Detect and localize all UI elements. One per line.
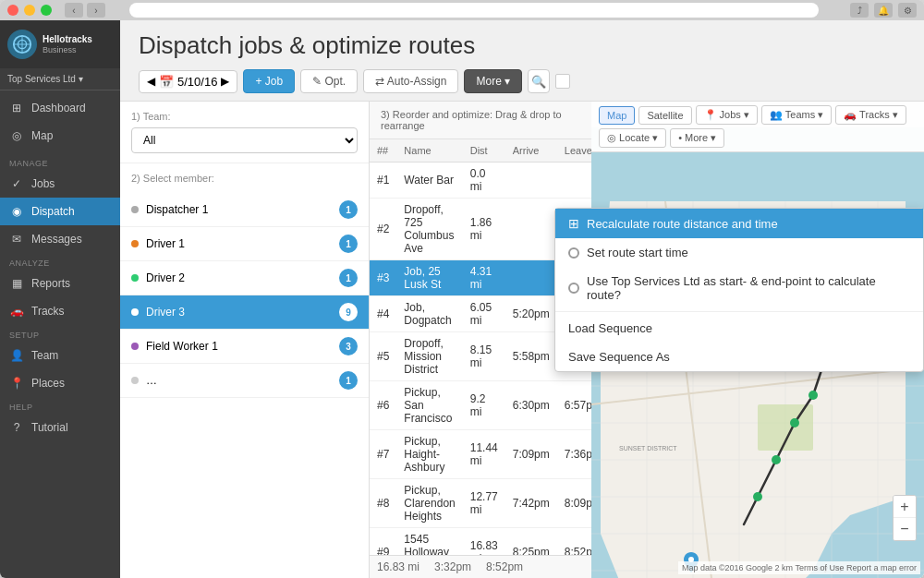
member-status-dot	[131, 206, 139, 213]
locate-button[interactable]: ◎ Locate ▾	[599, 128, 666, 148]
back-button[interactable]: ‹	[65, 3, 83, 18]
svg-text:SUNSET DISTRICT: SUNSET DISTRICT	[619, 445, 677, 452]
sidebar-item-places[interactable]: 📍 Places	[0, 369, 120, 397]
cell-name: 1545 Holloway Ave	[396, 528, 462, 556]
map-more-button[interactable]: • More ▾	[670, 128, 724, 148]
table-row[interactable]: #1 Water Bar 0.0 mi	[370, 163, 591, 199]
member-item-dispatcher1[interactable]: Dispatcher 1 1	[120, 193, 369, 227]
minimize-btn[interactable]	[24, 5, 35, 16]
team-icon: 👤	[9, 348, 24, 363]
member-status-dot	[131, 240, 139, 247]
dropdown-item-usecompany[interactable]: Use Top Services Ltd as start- & end-poi…	[555, 267, 923, 309]
member-item-more[interactable]: … 1	[120, 364, 369, 398]
member-name: …	[146, 374, 339, 387]
sidebar-item-tracks[interactable]: 🚗 Tracks	[0, 297, 120, 325]
member-item-fieldworker1[interactable]: Field Worker 1 3	[120, 330, 369, 364]
jobs-footer: 16.83 mi 3:32pm 8:52pm	[370, 555, 591, 578]
share-icon[interactable]: ⤴	[850, 3, 869, 18]
cell-leave: 8:09pm	[557, 479, 591, 528]
sidebar-item-jobs[interactable]: ✓ Jobs	[0, 170, 120, 198]
member-item-driver2[interactable]: Driver 2 1	[120, 261, 369, 295]
sidebar-item-map[interactable]: ◎ Map	[0, 122, 120, 150]
satellite-tab-button[interactable]: Satellite	[638, 106, 691, 125]
app-body: Hellotracks Business Top Services Ltd ▾ …	[0, 20, 924, 578]
brand-logo	[7, 30, 37, 59]
cell-arrive: 7:42pm	[505, 479, 557, 528]
table-row[interactable]: #7 Pickup, Haight-Ashbury 11.44 mi 7:09p…	[370, 430, 591, 479]
member-item-driver3[interactable]: Driver 3 9	[120, 295, 369, 330]
jobs-icon: ✓	[9, 176, 24, 191]
cell-arrive	[505, 199, 557, 260]
settings-icon[interactable]: ⚙	[898, 3, 917, 18]
map-icon: ◎	[9, 128, 24, 143]
cell-dist: 11.44 mi	[463, 430, 505, 479]
team-label: 1) Team:	[131, 111, 358, 122]
brand-name: Hellotracks	[43, 34, 92, 45]
close-btn[interactable]	[7, 5, 18, 16]
main-content: Dispatch jobs & optimize routes ◀ 📅 5/10…	[120, 20, 924, 578]
teams-filter-button[interactable]: 👥 Teams ▾	[761, 105, 832, 125]
tracks-filter-button[interactable]: 🚗 Tracks ▾	[835, 105, 906, 125]
table-row[interactable]: #8 Pickup, Clarendon Heights 12.77 mi 7:…	[370, 479, 591, 528]
bell-icon[interactable]: 🔔	[874, 3, 893, 18]
jobs-filter-button[interactable]: 📍 Jobs ▾	[696, 105, 758, 125]
sidebar-label-map: Map	[31, 129, 53, 142]
dropdown-label-loadsequence: Load Sequence	[568, 321, 652, 335]
radio-icon	[568, 247, 579, 259]
date-prev-button[interactable]: ◀	[147, 75, 155, 88]
cell-arrive: 7:09pm	[505, 430, 557, 479]
calendar-icon: 📅	[159, 75, 174, 89]
forward-button[interactable]: ›	[87, 3, 105, 18]
dropdown-label-savesequence: Save Sequence As	[568, 350, 670, 364]
cell-name: Pickup, Clarendon Heights	[396, 479, 462, 528]
dropdown-item-setstarttime[interactable]: Set route start time	[555, 238, 923, 267]
nav-buttons: ‹ ›	[65, 3, 105, 18]
brand-area: Hellotracks Business	[0, 20, 120, 68]
jobs-header: 3) Reorder and optimize: Drag & drop to …	[370, 102, 591, 139]
cell-leave: 8:52pm	[557, 528, 591, 556]
date-next-button[interactable]: ▶	[221, 75, 229, 88]
cell-arrive	[505, 163, 557, 199]
address-bar[interactable]	[129, 3, 819, 18]
auto-assign-button[interactable]: ⇄ Auto-Assign	[363, 69, 458, 93]
member-name: Driver 1	[146, 237, 339, 250]
sidebar-item-dashboard[interactable]: ⊞ Dashboard	[0, 94, 120, 122]
opt-button[interactable]: ✎ Opt.	[300, 69, 358, 93]
company-selector[interactable]: Top Services Ltd ▾	[0, 68, 120, 90]
sidebar-item-dispatch[interactable]: ◉ Dispatch	[0, 198, 120, 225]
sidebar-item-reports[interactable]: ▦ Reports	[0, 270, 120, 297]
add-job-button[interactable]: + Job	[243, 69, 295, 93]
member-badge: 1	[339, 235, 358, 253]
member-name: Field Worker 1	[146, 340, 339, 353]
dropdown-item-savesequence[interactable]: Save Sequence As	[555, 343, 923, 371]
select-all-checkbox[interactable]	[555, 74, 570, 89]
member-badge: 1	[339, 200, 358, 219]
more-button[interactable]: More ▾	[464, 69, 522, 93]
table-row[interactable]: #6 Pickup, San Francisco 9.2 mi 6:30pm 6…	[370, 381, 591, 430]
zoom-in-button[interactable]: +	[894, 496, 916, 518]
member-badge: 3	[339, 337, 358, 355]
dropdown-item-recalculate[interactable]: ⊞ Recalculate route distance and time	[555, 209, 923, 238]
team-select[interactable]: All Team A Team B	[131, 127, 358, 153]
sidebar-label-jobs: Jobs	[31, 177, 55, 190]
maximize-btn[interactable]	[41, 5, 52, 16]
member-item-driver1[interactable]: Driver 1 1	[120, 227, 369, 261]
sidebar-item-tutorial[interactable]: ? Tutorial	[0, 414, 120, 441]
svg-point-36	[772, 455, 781, 464]
cell-num: #9	[370, 528, 396, 556]
zoom-out-button[interactable]: −	[894, 518, 916, 540]
dropdown-item-loadsequence[interactable]: Load Sequence	[555, 314, 923, 343]
member-status-dot	[131, 377, 139, 384]
cell-num: #4	[370, 296, 396, 332]
cell-arrive: 5:58pm	[505, 332, 557, 381]
cell-name: Dropoff, Mission District	[396, 332, 462, 381]
sidebar-item-messages[interactable]: ✉ Messages	[0, 225, 120, 253]
cell-arrive: 8:25pm	[505, 528, 557, 556]
sidebar-item-team[interactable]: 👤 Team	[0, 342, 120, 369]
cell-num: #5	[370, 332, 396, 381]
map-tab-button[interactable]: Map	[599, 106, 635, 125]
table-row[interactable]: #9 1545 Holloway Ave 16.83 mi 8:25pm 8:5…	[370, 528, 591, 556]
member-badge: 1	[339, 371, 358, 390]
col-num: ##	[370, 139, 396, 163]
search-button[interactable]: 🔍	[528, 69, 550, 93]
